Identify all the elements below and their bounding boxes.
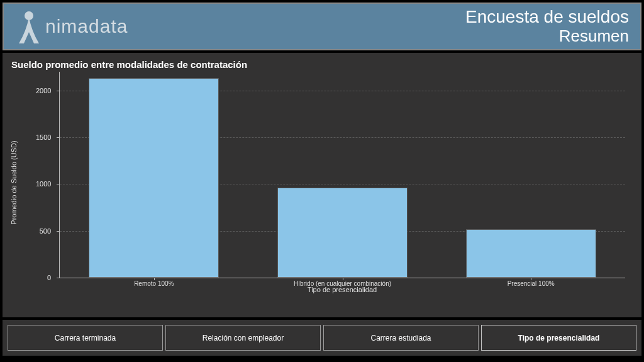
header-bar: nimadata Encuesta de sueldos Resumen (3, 3, 641, 50)
x-tick-label: Remoto 100% (134, 278, 174, 287)
x-axis-label: Tipo de presencialidad (308, 286, 377, 293)
tabs-panel: Carrera terminadaRelación con empleadorC… (3, 320, 641, 356)
y-tick-mark (57, 278, 60, 278)
header-titles: Encuesta de sueldos Resumen (465, 8, 629, 45)
tab-carrera-terminada[interactable]: Carrera terminada (8, 325, 163, 351)
y-tick-mark (57, 137, 60, 138)
chart-title: Sueldo promedio entre modalidades de con… (11, 59, 633, 70)
chart-bar (89, 78, 219, 278)
chart-area: Promedio de Sueldo (USD) 050010001500200… (36, 72, 633, 293)
person-icon (15, 8, 43, 45)
y-tick-mark (57, 91, 60, 91)
header-subtitle: Resumen (465, 27, 629, 45)
chart-bar (466, 229, 596, 278)
tab-carrera-estudiada[interactable]: Carrera estudiada (323, 325, 479, 351)
x-tick-label: Presencial 100% (508, 278, 555, 287)
chart-plot: 0500100015002000Remoto 100%Híbrido (en c… (59, 72, 625, 278)
y-tick-mark (57, 231, 60, 232)
chart-bar (277, 188, 408, 278)
header-title: Encuesta de sueldos (465, 8, 629, 27)
brand-name: nimadata (45, 16, 128, 37)
chart-panel: Sueldo promedio entre modalidades de con… (3, 53, 641, 317)
y-tick-mark (57, 184, 60, 184)
brand-logo: nimadata (15, 8, 128, 45)
tab-relaci-n-con-empleador[interactable]: Relación con empleador (165, 325, 321, 351)
tab-tipo-de-presencialidad[interactable]: Tipo de presencialidad (481, 325, 636, 351)
y-axis-label: Promedio de Sueldo (USD) (10, 140, 18, 224)
